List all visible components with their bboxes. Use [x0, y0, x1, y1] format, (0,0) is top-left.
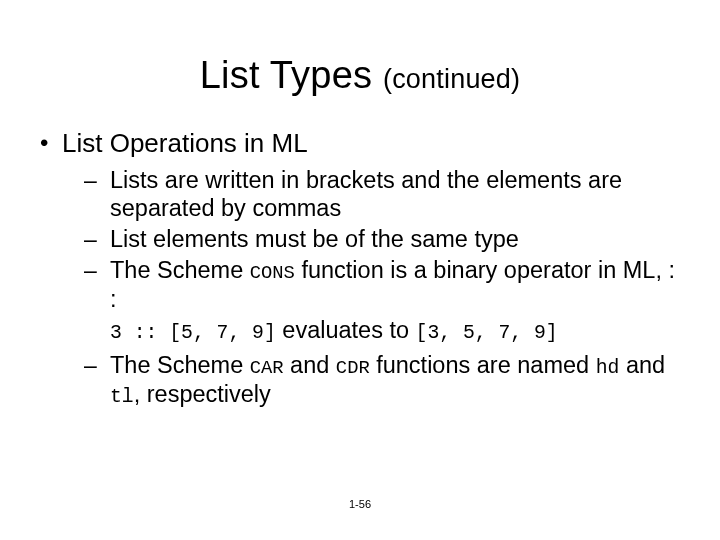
sub-bullet-text-c: functions are named [370, 352, 596, 378]
bullet-list-lvl1: List Operations in ML Lists are written … [36, 128, 684, 409]
code-car: CAR [250, 357, 284, 379]
code-rhs: [3, 5, 7, 9] [416, 322, 558, 344]
title-sub: (continued) [383, 64, 520, 94]
sub-bullet-text-d: and [619, 352, 665, 378]
sub-bullet-item: Lists are written in brackets and the el… [62, 166, 684, 223]
slide: List Types (continued) List Operations i… [0, 0, 720, 540]
code-tl: tl [110, 386, 134, 408]
code-hd: hd [596, 357, 620, 379]
sub-bullet-item: The Scheme CONS function is a binary ope… [62, 256, 684, 314]
sub-bullet-text-e: , respectively [134, 381, 271, 407]
title-main: List Types [200, 54, 383, 96]
code-cdr: CDR [336, 357, 370, 379]
code-cons: CONS [250, 262, 295, 284]
sub-bullet-text: Lists are written in brackets and the el… [110, 167, 622, 222]
sub-bullet-text-a: The Scheme [110, 257, 250, 283]
example-line: 3 :: [5, 7, 9] evaluates to [3, 5, 7, 9] [62, 316, 684, 345]
sub-bullet-text-b: function is a binary operator in ML, [295, 257, 669, 283]
sub-bullet-item: The Scheme CAR and CDR functions are nam… [62, 351, 684, 409]
sub-bullet-text: List elements must be of the same type [110, 226, 519, 252]
sub-bullet-text-b: and [284, 352, 336, 378]
sub-bullet-text-a: The Scheme [110, 352, 250, 378]
slide-number: 1-56 [0, 498, 720, 510]
code-lhs: 3 :: [5, 7, 9] [110, 322, 276, 344]
sub-bullet-item: List elements must be of the same type [62, 225, 684, 254]
bullet-item: List Operations in ML Lists are written … [36, 128, 684, 409]
bullet-list-lvl2: Lists are written in brackets and the el… [62, 166, 684, 314]
bullet-list-lvl2: The Scheme CAR and CDR functions are nam… [62, 351, 684, 409]
example-mid: evaluates to [276, 317, 416, 343]
slide-title: List Types (continued) [0, 54, 720, 97]
slide-body: List Operations in ML Lists are written … [36, 128, 684, 415]
bullet-text: List Operations in ML [62, 128, 308, 158]
